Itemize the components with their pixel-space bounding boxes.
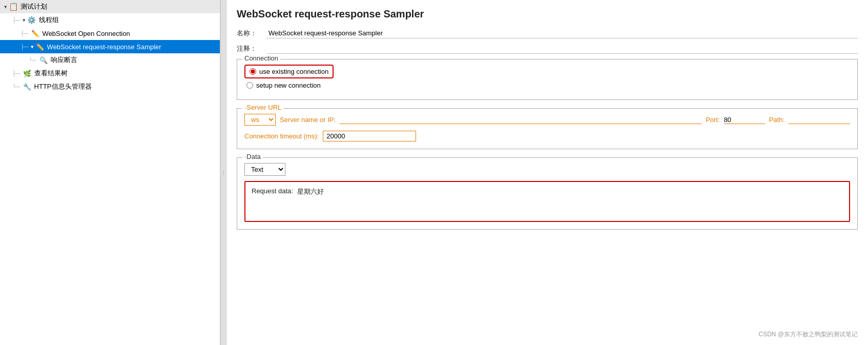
server-input[interactable] (340, 116, 701, 124)
path-input[interactable] (789, 116, 850, 124)
main-content: WebSocket request-response Sampler 名称： 注… (226, 0, 868, 345)
server-url-section: -Server URL ws wss Server name or IP: Po… (237, 108, 858, 149)
port-input[interactable] (724, 116, 765, 124)
timeout-row: Connection timeout (ms): (244, 131, 850, 141)
page-title: WebSocket request-response Sampler (237, 8, 858, 20)
radio-new-row: setup new connection (244, 82, 850, 89)
sidebar-label-test-plan: 测试计划 (20, 2, 47, 11)
data-section: -Data Text Binary Request data: 星期六好 (237, 157, 858, 230)
server-label: Server name or IP: (280, 116, 336, 124)
radio-new[interactable] (246, 82, 253, 89)
tree-connector-thread: ├─ (12, 17, 20, 23)
port-label: Port: (706, 116, 719, 124)
tree-connector-assert: └─ (29, 57, 37, 63)
expand-arrow-test-plan: ▾ (4, 4, 7, 10)
sidebar-label-thread-group: 线程组 (39, 15, 59, 25)
request-data-box: Request data: 星期六好 (244, 181, 850, 222)
data-type-row: Text Binary (244, 163, 850, 176)
name-input[interactable] (266, 28, 858, 38)
watermark: CSDN @东方不败之鸭梨的测试笔记 (758, 330, 858, 339)
sidebar-item-http-mgr[interactable]: └─ 🔧 HTTP信息头管理器 (0, 80, 220, 93)
sidebar-item-test-plan[interactable]: ▾ 📋 测试计划 (0, 0, 220, 13)
data-legend: -Data (242, 153, 263, 160)
tree-connector-http: └─ (12, 84, 20, 90)
http-icon: 🔧 (23, 82, 32, 91)
sidebar-item-thread-group[interactable]: ├─ ▾ ⚙️ 线程组 (0, 13, 220, 27)
sidebar: ▾ 📋 测试计划 ├─ ▾ ⚙️ 线程组 ├─ ✏️ WebSocket Ope… (0, 0, 220, 345)
timeout-input[interactable] (323, 131, 416, 141)
tree-icon: 🌿 (23, 69, 32, 78)
radio-new-text: setup new connection (256, 82, 321, 89)
sidebar-label-ws-rr: WebSocket request-response Sampler (47, 43, 161, 51)
tree-connector-ws-open: ├─ (20, 30, 29, 36)
comment-input[interactable] (266, 44, 858, 54)
tree-connector-result: ├─ (12, 70, 20, 76)
sidebar-item-ws-rr[interactable]: ├─ ▾ ✏️ WebSocket request-response Sampl… (0, 40, 220, 53)
sidebar-label-result-tree: 查看结果树 (34, 69, 68, 78)
radio-existing[interactable] (250, 68, 256, 75)
comment-row: 注释： (237, 44, 858, 54)
connection-section-label: Connection (242, 54, 280, 62)
tree-connector-ws-rr: ├─ (20, 44, 29, 50)
radio-existing-row: use existing connection (244, 65, 850, 78)
thread-icon: ⚙️ (27, 15, 36, 25)
ws-rr-icon: ✏️ (35, 42, 45, 51)
sidebar-collapse-handle[interactable]: ⋮ (220, 0, 226, 345)
sidebar-item-ws-open[interactable]: ├─ ✏️ WebSocket Open Connection (0, 27, 220, 40)
plan-icon: 📋 (9, 2, 18, 11)
sidebar-item-result-tree[interactable]: ├─ 🌿 查看结果树 (0, 67, 220, 80)
sidebar-label-http-mgr: HTTP信息头管理器 (34, 82, 92, 91)
name-row: 名称： (237, 28, 858, 38)
sidebar-label-assert: 响应断言 (51, 55, 77, 65)
sidebar-tree: ▾ 📋 测试计划 ├─ ▾ ⚙️ 线程组 ├─ ✏️ WebSocket Ope… (0, 0, 220, 93)
protocol-select[interactable]: ws wss (244, 114, 276, 126)
sidebar-label-ws-open: WebSocket Open Connection (43, 30, 130, 37)
ws-open-icon: ✏️ (31, 29, 40, 38)
name-label: 名称： (237, 29, 262, 38)
assert-icon: 🔍 (39, 55, 48, 65)
comment-label: 注释： (237, 44, 262, 53)
url-row: ws wss Server name or IP: Port: Path: (244, 114, 850, 126)
timeout-label: Connection timeout (ms): (244, 132, 319, 140)
radio-existing-label[interactable]: use existing connection (244, 65, 334, 78)
sidebar-item-assert[interactable]: └─ 🔍 响应断言 (0, 53, 220, 67)
expand-arrow-ws-rr: ▾ (31, 44, 34, 50)
radio-new-label[interactable]: setup new connection (246, 82, 850, 89)
path-label: Path: (769, 116, 784, 124)
expand-arrow-thread: ▾ (23, 17, 26, 24)
connection-section: Connection use existing connection setup… (237, 59, 858, 100)
collapse-dots: ⋮ (221, 170, 226, 175)
radio-existing-text: use existing connection (259, 68, 328, 75)
request-data-label: Request data: (252, 187, 293, 195)
server-url-legend: -Server URL (242, 104, 283, 111)
data-type-select[interactable]: Text Binary (244, 163, 285, 176)
request-data-value: 星期六好 (297, 187, 324, 196)
